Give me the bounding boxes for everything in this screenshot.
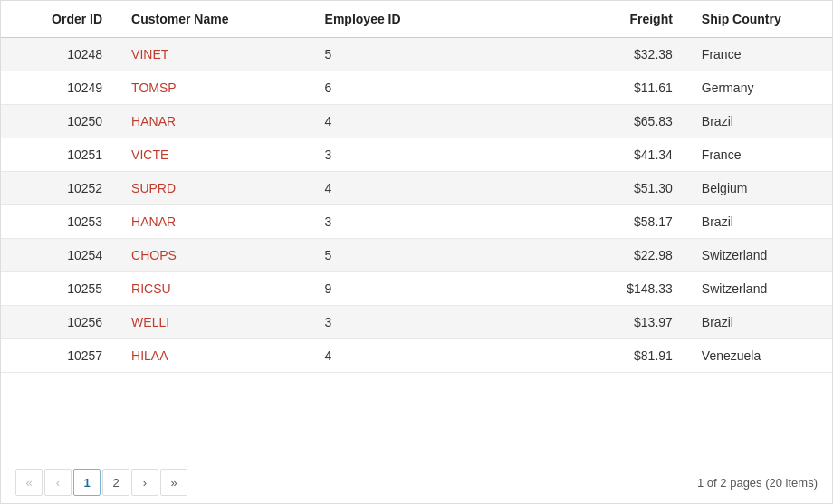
table-row: 10251VICTE3$41.34France bbox=[1, 138, 832, 172]
table-row: 10253HANAR3$58.17Brazil bbox=[1, 205, 832, 239]
cell-country: Switzerland bbox=[687, 239, 832, 272]
cell-country: Belgium bbox=[687, 172, 832, 205]
cell-country: Brazil bbox=[687, 306, 832, 339]
cell-freight: $148.33 bbox=[561, 272, 687, 306]
cell-customer: HILAA bbox=[117, 339, 310, 373]
col-header-country: Ship Country bbox=[687, 1, 832, 38]
cell-freight: $22.98 bbox=[561, 239, 687, 272]
cell-customer: RICSU bbox=[117, 272, 310, 306]
cell-orderid: 10254 bbox=[1, 239, 117, 272]
table-row: 10252SUPRD4$51.30Belgium bbox=[1, 172, 832, 205]
cell-customer: VICTE bbox=[117, 138, 310, 172]
cell-country: France bbox=[687, 138, 832, 172]
cell-freight: $51.30 bbox=[561, 172, 687, 205]
cell-orderid: 10249 bbox=[1, 71, 117, 105]
col-header-customer: Customer Name bbox=[117, 1, 310, 38]
cell-employee: 5 bbox=[311, 38, 562, 71]
cell-orderid: 10252 bbox=[1, 172, 117, 205]
cell-employee: 6 bbox=[311, 71, 562, 105]
cell-orderid: 10253 bbox=[1, 205, 117, 239]
last-page-button[interactable]: » bbox=[160, 469, 187, 496]
table-row: 10256WELLI3$13.97Brazil bbox=[1, 306, 832, 339]
cell-orderid: 10256 bbox=[1, 306, 117, 339]
table-row: 10250HANAR4$65.83Brazil bbox=[1, 105, 832, 138]
pagination-info: 1 of 2 pages (20 items) bbox=[697, 476, 818, 490]
cell-customer: HANAR bbox=[117, 105, 310, 138]
first-page-button[interactable]: « bbox=[15, 469, 43, 496]
col-header-employee: Employee ID bbox=[311, 1, 562, 38]
cell-freight: $32.38 bbox=[561, 38, 687, 71]
page-2-button[interactable]: 2 bbox=[102, 469, 129, 496]
table-header-row: Order ID Customer Name Employee ID Freig… bbox=[1, 1, 832, 38]
cell-employee: 3 bbox=[311, 138, 562, 172]
col-header-freight: Freight bbox=[561, 1, 687, 38]
cell-orderid: 10255 bbox=[1, 272, 117, 306]
cell-orderid: 10248 bbox=[1, 38, 117, 71]
cell-freight: $81.91 bbox=[561, 339, 687, 373]
cell-employee: 4 bbox=[311, 172, 562, 205]
cell-employee: 3 bbox=[311, 306, 562, 339]
prev-page-button[interactable]: ‹ bbox=[44, 469, 72, 496]
cell-customer: VINET bbox=[117, 38, 310, 71]
cell-freight: $58.17 bbox=[561, 205, 687, 239]
cell-freight: $11.61 bbox=[561, 71, 687, 105]
cell-employee: 4 bbox=[311, 339, 562, 373]
cell-employee: 3 bbox=[311, 205, 562, 239]
cell-freight: $13.97 bbox=[561, 306, 687, 339]
cell-orderid: 10251 bbox=[1, 138, 117, 172]
cell-customer: HANAR bbox=[117, 205, 310, 239]
table-wrapper: Order ID Customer Name Employee ID Freig… bbox=[1, 1, 832, 461]
cell-country: France bbox=[687, 38, 832, 71]
cell-employee: 5 bbox=[311, 239, 562, 272]
cell-customer: TOMSP bbox=[117, 71, 310, 105]
cell-employee: 4 bbox=[311, 105, 562, 138]
table-row: 10257HILAA4$81.91Venezuela bbox=[1, 339, 832, 373]
cell-orderid: 10250 bbox=[1, 105, 117, 138]
cell-country: Brazil bbox=[687, 105, 832, 138]
data-table: Order ID Customer Name Employee ID Freig… bbox=[1, 1, 832, 373]
table-row: 10249TOMSP6$11.61Germany bbox=[1, 71, 832, 105]
cell-country: Brazil bbox=[687, 205, 832, 239]
cell-customer: SUPRD bbox=[117, 172, 310, 205]
main-container: Order ID Customer Name Employee ID Freig… bbox=[0, 0, 833, 504]
table-row: 10248VINET5$32.38France bbox=[1, 38, 832, 71]
col-header-orderid: Order ID bbox=[1, 1, 117, 38]
cell-employee: 9 bbox=[311, 272, 562, 306]
pagination-controls: « ‹ 1 2 › » bbox=[15, 469, 187, 496]
cell-freight: $41.34 bbox=[561, 138, 687, 172]
pagination-bar: « ‹ 1 2 › » 1 of 2 pages (20 items) bbox=[1, 461, 832, 503]
table-row: 10255RICSU9$148.33Switzerland bbox=[1, 272, 832, 306]
next-page-button[interactable]: › bbox=[131, 469, 158, 496]
cell-orderid: 10257 bbox=[1, 339, 117, 373]
cell-customer: WELLI bbox=[117, 306, 310, 339]
cell-country: Venezuela bbox=[687, 339, 832, 373]
table-row: 10254CHOPS5$22.98Switzerland bbox=[1, 239, 832, 272]
cell-country: Germany bbox=[687, 71, 832, 105]
table-body: 10248VINET5$32.38France10249TOMSP6$11.61… bbox=[1, 38, 832, 373]
page-1-button[interactable]: 1 bbox=[73, 469, 101, 496]
cell-freight: $65.83 bbox=[561, 105, 687, 138]
cell-country: Switzerland bbox=[687, 272, 832, 306]
cell-customer: CHOPS bbox=[117, 239, 310, 272]
